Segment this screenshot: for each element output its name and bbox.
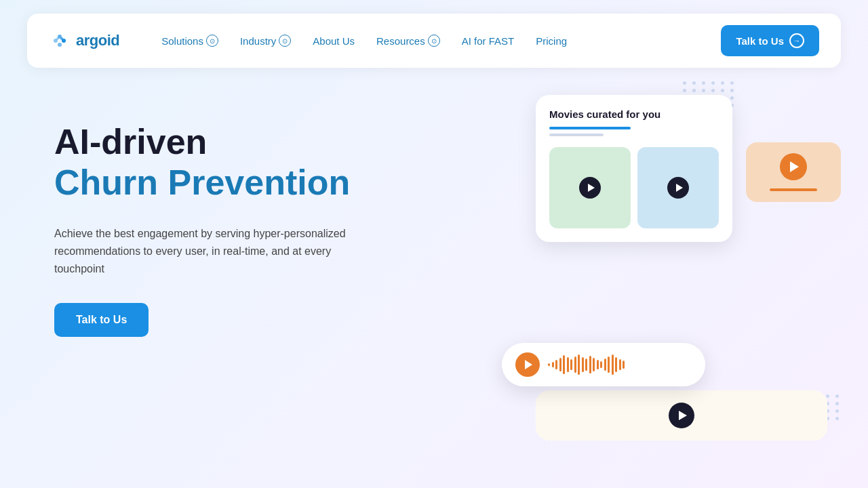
featured-card: [746, 142, 841, 202]
svg-point-4: [56, 37, 59, 40]
audio-card: [502, 343, 705, 386]
logo-icon: [49, 30, 71, 52]
nav-pricing[interactable]: Pricing: [526, 30, 576, 52]
play-button-green[interactable]: [579, 177, 601, 199]
play-button-audio[interactable]: [515, 352, 540, 377]
hero-text: AI-driven Churn Prevention Achieve the b…: [54, 108, 407, 337]
hero-title-blue: Churn Prevention: [54, 163, 407, 203]
hero-section: AI-driven Churn Prevention Achieve the b…: [0, 81, 868, 461]
play-button-featured[interactable]: [780, 153, 807, 180]
nav-resources[interactable]: Resources ⊙: [367, 29, 450, 52]
play-button-bottom[interactable]: [669, 403, 694, 428]
hero-description: Achieve the best engagement by serving h…: [54, 225, 353, 279]
svg-point-5: [60, 37, 63, 40]
movie-card-title: Movies curated for you: [549, 108, 719, 120]
play-button-blue[interactable]: [667, 177, 689, 199]
nav-about[interactable]: About Us: [303, 30, 364, 52]
thumbnail-blue: [637, 147, 719, 228]
cta-arrow-icon: →: [789, 33, 804, 48]
industry-chevron-icon: ⊙: [279, 35, 291, 47]
navbar: argoid Solutions ⊙ Industry ⊙ About Us R…: [27, 14, 841, 68]
movie-card: Movies curated for you: [536, 95, 732, 242]
nav-ai-fast[interactable]: AI for FAST: [452, 30, 524, 52]
nav-industry[interactable]: Industry ⊙: [231, 29, 300, 52]
hero-visual: Movies curated for you: [502, 75, 841, 454]
card-line-blue: [549, 127, 631, 129]
logo-text: argoid: [76, 32, 119, 49]
waveform: [548, 354, 692, 375]
nav-links: Solutions ⊙ Industry ⊙ About Us Resource…: [152, 29, 721, 52]
card-thumbnails: [549, 147, 719, 228]
card-line-gray: [549, 134, 604, 136]
logo[interactable]: argoid: [49, 30, 119, 52]
bottom-card: [536, 390, 827, 441]
svg-point-3: [58, 43, 62, 47]
hero-title-dark: AI-driven: [54, 122, 407, 163]
solutions-chevron-icon: ⊙: [206, 35, 218, 47]
resources-chevron-icon: ⊙: [428, 35, 440, 47]
nav-solutions[interactable]: Solutions ⊙: [152, 29, 228, 52]
thumbnail-green: [549, 147, 631, 228]
featured-card-line: [770, 188, 817, 191]
hero-cta-button[interactable]: Talk to Us: [54, 303, 149, 337]
nav-cta-button[interactable]: Talk to Us →: [721, 25, 819, 56]
